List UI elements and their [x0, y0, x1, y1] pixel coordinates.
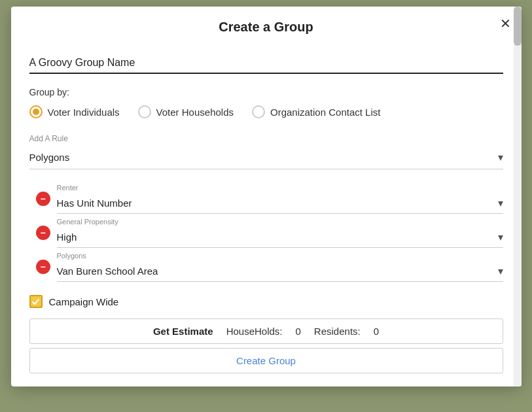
rule-renter-value: Has Unit Number: [57, 197, 498, 209]
modal-overlay: Create a Group ✕ Group by: Voter Individ…: [0, 0, 532, 412]
rule-renter-dropdown[interactable]: Has Unit Number ▾: [57, 193, 503, 214]
households-label: HouseHolds:: [226, 326, 283, 337]
create-group-modal: Create a Group ✕ Group by: Voter Individ…: [11, 7, 522, 386]
remove-rule-polygons-button[interactable]: −: [36, 260, 50, 274]
rule-item-propensity: − General Propensity High ▾: [29, 214, 503, 248]
radio-voter-individuals[interactable]: Voter Individuals: [29, 105, 120, 118]
radio-circle-voter-households: [138, 105, 151, 118]
rule-propensity-dropdown[interactable]: High ▾: [57, 227, 503, 248]
add-rule-dropdown[interactable]: Polygons ▾: [29, 146, 503, 169]
close-button[interactable]: ✕: [500, 17, 511, 30]
rule-polygons-category: Polygons: [57, 252, 503, 260]
group-by-label: Group by:: [29, 87, 503, 97]
rule-item-renter-inner: Renter Has Unit Number ▾: [57, 184, 503, 214]
radio-label-voter-households: Voter Households: [156, 107, 234, 118]
campaign-wide-label: Campaign Wide: [49, 296, 119, 307]
radio-group: Voter Individuals Voter Households Organ…: [29, 105, 503, 118]
radio-circle-org-contact-list: [252, 105, 265, 118]
remove-rule-renter-button[interactable]: −: [36, 192, 50, 206]
rule-propensity-arrow-icon: ▾: [498, 231, 503, 243]
radio-voter-households[interactable]: Voter Households: [138, 105, 234, 118]
rule-renter-category: Renter: [57, 184, 503, 192]
residents-value: 0: [374, 326, 379, 337]
rule-polygons-dropdown[interactable]: Van Buren School Area ▾: [57, 261, 503, 282]
add-rule-label: Add A Rule: [29, 134, 503, 143]
rule-polygons-value: Van Buren School Area: [57, 266, 498, 277]
radio-label-voter-individuals: Voter Individuals: [48, 107, 120, 118]
households-value: 0: [296, 326, 301, 337]
create-group-button[interactable]: Create Group: [29, 348, 503, 373]
campaign-wide-checkbox[interactable]: [29, 295, 43, 308]
rule-item-renter: − Renter Has Unit Number ▾: [29, 180, 503, 214]
rule-propensity-category: General Propensity: [57, 218, 503, 226]
group-name-input[interactable]: [29, 53, 503, 74]
residents-label: Residents:: [314, 326, 361, 337]
rule-propensity-value: High: [57, 232, 498, 243]
rule-item-propensity-inner: General Propensity High ▾: [57, 218, 503, 248]
radio-org-contact-list[interactable]: Organization Contact List: [252, 105, 380, 118]
add-rule-value: Polygons: [29, 152, 498, 163]
estimate-bar: Get Estimate HouseHolds: 0 Residents: 0: [29, 318, 503, 344]
rule-item-polygons: − Polygons Van Buren School Area ▾: [29, 248, 503, 282]
get-estimate-label: Get Estimate: [153, 326, 213, 337]
campaign-wide-row: Campaign Wide: [29, 295, 503, 308]
rule-polygons-arrow-icon: ▾: [498, 265, 503, 277]
remove-rule-propensity-button[interactable]: −: [36, 226, 50, 240]
checkmark-icon: [31, 298, 40, 306]
modal-body: Group by: Voter Individuals Voter Househ…: [11, 45, 522, 386]
radio-circle-voter-individuals: [29, 105, 43, 118]
radio-label-org-contact-list: Organization Contact List: [270, 107, 380, 118]
scrollbar-track[interactable]: [514, 7, 522, 386]
rule-section: − Renter Has Unit Number ▾ − General Pro…: [29, 180, 503, 282]
modal-title: Create a Group: [219, 20, 313, 35]
rule-item-polygons-inner: Polygons Van Buren School Area ▾: [57, 252, 503, 282]
add-rule-arrow-icon: ▾: [498, 151, 503, 163]
modal-header: Create a Group ✕: [11, 7, 522, 45]
rule-renter-arrow-icon: ▾: [498, 197, 503, 209]
